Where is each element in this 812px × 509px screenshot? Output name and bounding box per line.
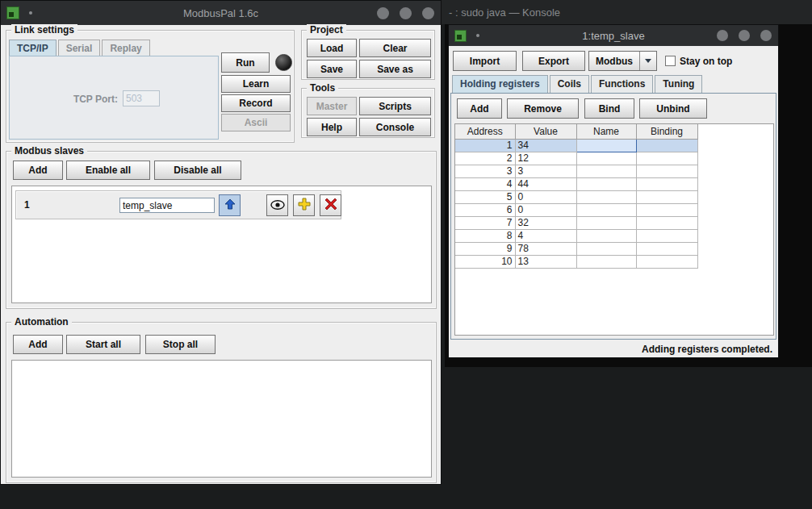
table-row[interactable]: 1 34 [455, 139, 697, 152]
cell-binding[interactable] [636, 255, 697, 268]
add-slave-button[interactable]: Add [13, 161, 63, 180]
cell-value[interactable]: 13 [515, 255, 576, 268]
chevron-down-icon[interactable] [639, 52, 656, 70]
tab-functions[interactable]: Functions [591, 75, 653, 93]
cell-value[interactable]: 32 [515, 216, 576, 229]
konsole-titlebar[interactable]: - : sudo java — Konsole [442, 0, 812, 24]
scripts-button[interactable]: Scripts [359, 97, 431, 115]
tab-tuning[interactable]: Tuning [655, 75, 702, 93]
cell-name[interactable] [576, 242, 636, 255]
cell-address[interactable]: 6 [455, 203, 515, 216]
window-maximize-button[interactable] [400, 7, 412, 19]
cell-binding[interactable] [636, 190, 697, 203]
cell-binding[interactable] [636, 152, 697, 165]
cell-value[interactable]: 0 [515, 190, 576, 203]
cell-value[interactable]: 34 [515, 139, 576, 152]
cell-value[interactable]: 78 [515, 242, 576, 255]
tab-serial[interactable]: Serial [58, 40, 101, 57]
cell-address[interactable]: 4 [455, 177, 515, 190]
window-close-button[interactable] [422, 7, 434, 19]
stay-on-top-checkbox[interactable] [665, 56, 676, 66]
cell-name[interactable] [576, 177, 636, 190]
cell-name[interactable] [576, 190, 636, 203]
remove-register-button[interactable]: Remove [507, 98, 579, 119]
cell-name[interactable] [576, 255, 636, 268]
add-register-button[interactable]: Add [457, 98, 502, 119]
export-button[interactable]: Export [522, 51, 585, 71]
cell-binding[interactable] [636, 177, 697, 190]
cell-binding[interactable] [636, 216, 697, 229]
cell-binding[interactable] [636, 242, 697, 255]
cell-value[interactable]: 0 [515, 203, 576, 216]
cell-name[interactable] [576, 229, 636, 242]
cell-binding[interactable] [636, 139, 697, 152]
help-button[interactable]: Help [307, 118, 357, 136]
run-button[interactable]: Run [221, 52, 270, 73]
cell-name[interactable] [576, 165, 636, 177]
cell-address[interactable]: 7 [455, 216, 515, 229]
save-button[interactable]: Save [307, 60, 357, 78]
disable-all-button[interactable]: Disable all [154, 161, 241, 180]
window-minimize-button[interactable] [717, 30, 728, 41]
table-row[interactable]: 2 12 [455, 152, 697, 165]
window-minimize-button[interactable] [377, 7, 389, 19]
duplicate-slave-button[interactable] [293, 194, 315, 216]
tab-coils[interactable]: Coils [550, 75, 589, 93]
table-row[interactable]: 5 0 [455, 190, 697, 203]
import-button[interactable]: Import [453, 51, 517, 71]
save-as-button[interactable]: Save as [359, 60, 431, 78]
table-row[interactable]: 8 4 [455, 229, 697, 242]
cell-address[interactable]: 3 [455, 165, 515, 177]
cell-value[interactable]: 4 [515, 229, 576, 242]
window-maximize-button[interactable] [739, 30, 750, 41]
load-button[interactable]: Load [307, 39, 357, 57]
cell-name[interactable] [576, 152, 636, 165]
bind-button[interactable]: Bind [584, 98, 634, 119]
cell-binding[interactable] [636, 203, 697, 216]
cell-address[interactable]: 10 [455, 255, 515, 268]
slave-name-input[interactable] [119, 198, 215, 213]
cell-address[interactable]: 2 [455, 152, 515, 165]
master-button[interactable]: Master [307, 97, 357, 115]
cell-value[interactable]: 12 [515, 152, 576, 165]
modbuspal-titlebar[interactable]: ModbusPal 1.6c [1, 1, 441, 25]
start-all-button[interactable]: Start all [66, 335, 140, 354]
cell-address[interactable]: 5 [455, 190, 515, 203]
cell-address[interactable]: 9 [455, 242, 515, 255]
table-row[interactable]: 10 13 [455, 255, 697, 268]
cell-name[interactable] [576, 203, 636, 216]
learn-button[interactable]: Learn [221, 75, 291, 93]
cell-name[interactable] [576, 216, 636, 229]
ascii-button[interactable]: Ascii [221, 114, 291, 131]
cell-binding[interactable] [636, 165, 697, 177]
cell-binding[interactable] [636, 229, 697, 242]
column-header-address[interactable]: Address [455, 124, 515, 139]
stop-all-button[interactable]: Stop all [145, 335, 216, 354]
add-automation-button[interactable]: Add [13, 335, 63, 354]
unbind-button[interactable]: Unbind [639, 98, 707, 119]
table-row[interactable]: 3 3 [455, 165, 697, 177]
column-header-name[interactable]: Name [576, 124, 636, 139]
table-row[interactable]: 7 32 [455, 216, 697, 229]
slave-list-item[interactable]: 1 [15, 190, 341, 219]
slave-titlebar[interactable]: 1:temp_slave [449, 25, 778, 46]
cell-value[interactable]: 44 [515, 177, 576, 190]
cell-name[interactable] [576, 139, 636, 152]
modbus-mode-select[interactable]: Modbus [588, 51, 657, 71]
table-row[interactable]: 9 78 [455, 242, 697, 255]
table-row[interactable]: 6 0 [455, 203, 697, 216]
tab-tcpip[interactable]: TCP/IP [9, 40, 57, 57]
cell-value[interactable]: 3 [515, 165, 576, 177]
enable-all-button[interactable]: Enable all [66, 161, 150, 180]
table-row[interactable]: 4 44 [455, 177, 697, 190]
column-header-value[interactable]: Value [515, 124, 576, 139]
cell-address[interactable]: 8 [455, 229, 515, 242]
record-button[interactable]: Record [221, 94, 291, 112]
register-table-viewport[interactable]: Address Value Name Binding 1 34 2 [454, 123, 774, 336]
tab-replay[interactable]: Replay [102, 40, 149, 57]
column-header-binding[interactable]: Binding [636, 124, 697, 139]
open-slave-button[interactable] [219, 194, 241, 216]
clear-button[interactable]: Clear [359, 39, 431, 57]
window-close-button[interactable] [760, 30, 772, 41]
console-button[interactable]: Console [359, 118, 431, 136]
